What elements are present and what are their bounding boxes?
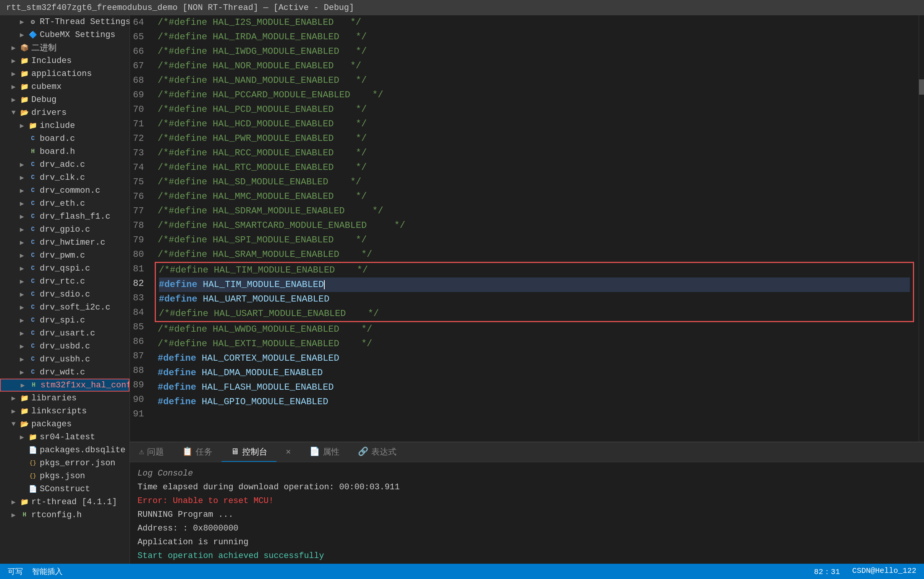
code-line[interactable]: /*#define HAL_SPI_MODULE_ENABLED */ bbox=[158, 233, 911, 247]
sidebar-label: board.c bbox=[40, 134, 75, 144]
panel-tab-problems[interactable]: ⚠问题 bbox=[130, 442, 173, 462]
editor-scrollbar[interactable] bbox=[919, 15, 924, 442]
sidebar-item-pkgs-json[interactable]: {}pkgs.json bbox=[0, 469, 130, 483]
code-line[interactable]: #define HAL_DMA_MODULE_ENABLED bbox=[158, 366, 911, 380]
tree-icon-folder: 📁 bbox=[19, 393, 30, 404]
sidebar-item-drv-qspi-c[interactable]: ▶Cdrv_qspi.c bbox=[0, 262, 130, 275]
sidebar-item-stm32-hal-conf[interactable]: ▶Hstm32f1xx_hal_conf_bak.h bbox=[0, 379, 130, 392]
sidebar-item-cubemx[interactable]: ▶📁cubemx bbox=[0, 80, 130, 93]
sidebar-item-sconstruct[interactable]: 📄SConstruct bbox=[0, 483, 130, 496]
panel-tab-console[interactable]: 🖥控制台 bbox=[222, 442, 277, 462]
tab-label-problems: 问题 bbox=[147, 446, 164, 458]
code-line[interactable]: /*#define HAL_NAND_MODULE_ENABLED */ bbox=[158, 73, 911, 88]
editor-content[interactable]: 6465666768697071727374757677787980818283… bbox=[130, 15, 924, 442]
tree-icon-cube: 🔷 bbox=[28, 29, 38, 40]
code-line[interactable]: /*#define HAL_SMARTCARD_MODULE_ENABLED *… bbox=[158, 218, 911, 233]
sidebar-item-drv-common-c[interactable]: ▶Cdrv_common.c bbox=[0, 184, 130, 197]
sidebar-label: board.h bbox=[40, 147, 75, 157]
code-line[interactable]: /*#define HAL_MMC_MODULE_ENABLED */ bbox=[158, 189, 911, 204]
tree-arrow: ▶ bbox=[21, 381, 28, 389]
sidebar-item-drv-soft-i2c-c[interactable]: ▶Cdrv_soft_i2c.c bbox=[0, 301, 130, 314]
sidebar-item-pkgs-error[interactable]: {}pkgs_error.json bbox=[0, 456, 130, 469]
sidebar-item-includes[interactable]: ▶📁Includes bbox=[0, 54, 130, 67]
sidebar-item-drv-usart-c[interactable]: ▶Cdrv_usart.c bbox=[0, 327, 130, 340]
sidebar-item-board-h[interactable]: Hboard.h bbox=[0, 145, 130, 158]
sidebar-item-drivers[interactable]: ▼📂drivers bbox=[0, 106, 130, 119]
panel-tab-close[interactable]: ✕ bbox=[277, 442, 300, 462]
status-position: 82：31 bbox=[814, 566, 840, 577]
sidebar-item-cubemx-settings[interactable]: ▶🔷CubeMX Settings bbox=[0, 28, 130, 41]
tree-arrow: ▶ bbox=[20, 290, 28, 298]
sidebar-item-applications[interactable]: ▶📁applications bbox=[0, 67, 130, 80]
sidebar-item-drv-hwtimer-c[interactable]: ▶Cdrv_hwtimer.c bbox=[0, 236, 130, 249]
code-line[interactable]: /*#define HAL_EXTI_MODULE_ENABLED */ bbox=[158, 337, 911, 351]
sidebar-label: drv_soft_i2c.c bbox=[40, 303, 110, 312]
sidebar-item-packages-db[interactable]: 📄packages.dbsqlite bbox=[0, 443, 130, 456]
log-entry: Error: Unable to reset MCU! bbox=[138, 494, 916, 508]
sidebar-item-drv-flash-f1-c[interactable]: ▶Cdrv_flash_f1.c bbox=[0, 210, 130, 223]
code-lines[interactable]: /*#define HAL_I2S_MODULE_ENABLED *//*#de… bbox=[150, 15, 919, 442]
sidebar-item-drv-sdio-c[interactable]: ▶Cdrv_sdio.c bbox=[0, 288, 130, 301]
code-view[interactable]: 6465666768697071727374757677787980818283… bbox=[130, 15, 924, 442]
code-line[interactable]: #define HAL_CORTEX_MODULE_ENABLED bbox=[158, 351, 911, 366]
sidebar-item-drv-rtc-c[interactable]: ▶Cdrv_rtc.c bbox=[0, 275, 130, 288]
code-line[interactable]: /*#define HAL_PCD_MODULE_ENABLED */ bbox=[158, 102, 911, 117]
code-line[interactable]: /*#define HAL_SRAM_MODULE_ENABLED */ bbox=[158, 247, 911, 262]
sidebar-item-sr04-latest[interactable]: ▶📁sr04-latest bbox=[0, 430, 130, 443]
bottom-panel: ⚠问题📋任务🖥控制台✕📄属性🔗表达式 Log ConsoleTime elaps… bbox=[130, 442, 924, 564]
code-line[interactable]: /*#define HAL_SDRAM_MODULE_ENABLED */ bbox=[158, 204, 911, 218]
sidebar-item-include-sub[interactable]: ▶📁include bbox=[0, 119, 130, 132]
code-line[interactable]: #define HAL_UART_MODULE_ENABLED bbox=[159, 292, 910, 306]
sidebar-item-linkscripts[interactable]: ▶📁linkscripts bbox=[0, 405, 130, 417]
panel-content[interactable]: Log ConsoleTime elapsed during download … bbox=[130, 462, 924, 564]
code-line[interactable]: /*#define HAL_RCC_MODULE_ENABLED */ bbox=[158, 146, 911, 160]
line-number: 71 bbox=[133, 117, 144, 131]
sidebar-item-drv-usbh-c[interactable]: ▶Cdrv_usbh.c bbox=[0, 353, 130, 366]
sidebar-label: 二进制 bbox=[31, 42, 57, 54]
scrollbar-thumb[interactable] bbox=[919, 79, 924, 95]
code-line[interactable]: #define HAL_TIM_MODULE_ENABLED bbox=[159, 278, 910, 292]
code-line[interactable]: /*#define HAL_RTC_MODULE_ENABLED */ bbox=[158, 160, 911, 175]
code-line[interactable]: #define HAL_GPIO_MODULE_ENABLED bbox=[158, 395, 911, 409]
sidebar-item-drv-wdt-c[interactable]: ▶Cdrv_wdt.c bbox=[0, 366, 130, 379]
sidebar-label: rt-thread [4.1.1] bbox=[31, 497, 117, 507]
sidebar-label: pkgs_error.json bbox=[40, 458, 115, 468]
sidebar-item-drv-pwm-c[interactable]: ▶Cdrv_pwm.c bbox=[0, 249, 130, 262]
code-line[interactable]: #define HAL_FLASH_MODULE_ENABLED bbox=[158, 380, 911, 395]
sidebar-item-drv-gpio-c[interactable]: ▶Cdrv_gpio.c bbox=[0, 223, 130, 236]
code-line[interactable]: /*#define HAL_PCCARD_MODULE_ENABLED */ bbox=[158, 88, 911, 102]
panel-tab-expression[interactable]: 🔗表达式 bbox=[349, 442, 405, 462]
code-line[interactable]: /*#define HAL_IWDG_MODULE_ENABLED */ bbox=[158, 44, 911, 59]
tree-arrow: ▶ bbox=[20, 186, 28, 195]
line-number: 85 bbox=[133, 320, 144, 334]
code-line[interactable]: /*#define HAL_IRDA_MODULE_ENABLED */ bbox=[158, 30, 911, 44]
sidebar-item-binary[interactable]: ▶📦二进制 bbox=[0, 41, 130, 54]
code-line[interactable]: /*#define HAL_HCD_MODULE_ENABLED */ bbox=[158, 117, 911, 131]
panel-tab-properties[interactable]: 📄属性 bbox=[300, 442, 349, 462]
sidebar-item-drv-adc-c[interactable]: ▶Cdrv_adc.c bbox=[0, 158, 130, 171]
sidebar-item-drv-eth-c[interactable]: ▶Cdrv_eth.c bbox=[0, 197, 130, 210]
code-line[interactable]: /*#define HAL_WWDG_MODULE_ENABLED */ bbox=[158, 322, 911, 337]
sidebar-item-drv-usbd-c[interactable]: ▶Cdrv_usbd.c bbox=[0, 340, 130, 353]
code-line[interactable]: /*#define HAL_I2S_MODULE_ENABLED */ bbox=[158, 15, 911, 30]
sidebar-item-libraries[interactable]: ▶📁libraries bbox=[0, 392, 130, 405]
sidebar-item-rtconfig-h[interactable]: ▶Hrtconfig.h bbox=[0, 509, 130, 521]
tree-icon-h-file: H bbox=[19, 510, 30, 520]
sidebar-label: drv_sdio.c bbox=[40, 290, 90, 299]
code-line[interactable]: /*#define HAL_SD_MODULE_ENABLED */ bbox=[158, 175, 911, 189]
code-line[interactable]: /*#define HAL_NOR_MODULE_ENABLED */ bbox=[158, 59, 911, 73]
sidebar-item-rt-thread[interactable]: ▶📁rt-thread [4.1.1] bbox=[0, 496, 130, 509]
sidebar-item-debug[interactable]: ▶📁Debug bbox=[0, 93, 130, 106]
sidebar-item-drv-spi-c[interactable]: ▶Cdrv_spi.c bbox=[0, 314, 130, 327]
sidebar-item-drv-clk-c[interactable]: ▶Cdrv_clk.c bbox=[0, 171, 130, 184]
code-line[interactable]: /*#define HAL_TIM_MODULE_ENABLED */ bbox=[159, 263, 910, 278]
sidebar[interactable]: ▶⚙RT-Thread Settings▶🔷CubeMX Settings▶📦二… bbox=[0, 15, 130, 564]
sidebar-item-packages[interactable]: ▼📂packages bbox=[0, 417, 130, 430]
sidebar-label: drv_spi.c bbox=[40, 316, 85, 325]
status-bar: 可写 智能插入 82：31 CSDN@Hello_122 bbox=[0, 564, 924, 579]
sidebar-item-rt-thread-settings[interactable]: ▶⚙RT-Thread Settings bbox=[0, 15, 130, 28]
sidebar-item-board-c[interactable]: Cboard.c bbox=[0, 132, 130, 145]
code-line[interactable]: /*#define HAL_USART_MODULE_ENABLED */ bbox=[159, 306, 910, 321]
panel-tab-tasks[interactable]: 📋任务 bbox=[173, 442, 222, 462]
code-line[interactable]: /*#define HAL_PWR_MODULE_ENABLED */ bbox=[158, 131, 911, 146]
